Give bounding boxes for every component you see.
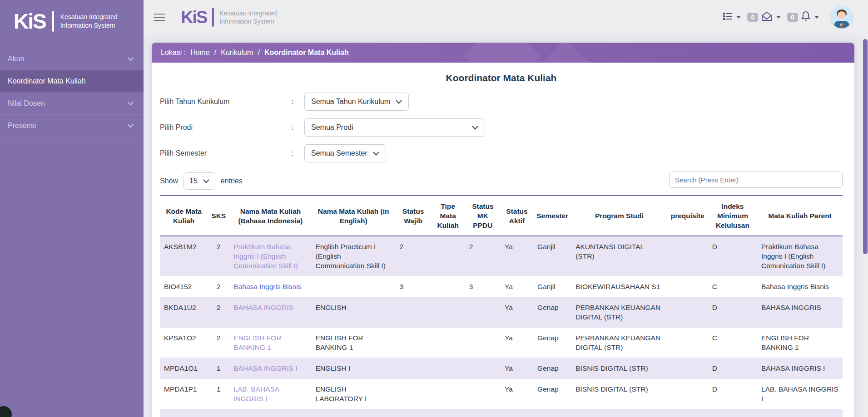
breadcrumb-separator: / — [258, 49, 259, 57]
cell-status_wajib — [396, 328, 431, 358]
chevron-down-icon — [472, 126, 478, 130]
cell-program_studi: BISNIS DIGITAL (STR) — [571, 358, 667, 379]
tahun-kurikulum-select[interactable]: Semua Tahun Kurikulum — [304, 93, 409, 111]
cell-nama_en: ENGLISH I — [312, 358, 396, 379]
course-link[interactable]: Bahasa Inggris Bisnis — [233, 283, 301, 290]
column-header-status_wajib[interactable]: Status Wajib — [396, 196, 431, 236]
table-header-row: Kode Mata KuliahSKSNama Mata Kuliah (Bah… — [160, 196, 843, 236]
cell-mata_kuliah_parent: LAB. BAHASA INGGRIS I — [757, 379, 843, 409]
prodi-select[interactable]: Semua Prodi — [304, 118, 485, 137]
cell-status_wajib — [396, 297, 431, 328]
column-header-kode[interactable]: Kode Mata Kuliah — [160, 196, 208, 236]
cell-status_wajib: 3 — [396, 276, 431, 297]
caret-down-icon — [776, 16, 781, 19]
cell-prequisite — [667, 276, 708, 297]
column-header-nama_en[interactable]: Nama Mata Kuliah (in English) — [312, 196, 396, 236]
cell-kode: BIO4152 — [160, 276, 208, 297]
cell-kode: BKDA1U2 — [160, 297, 208, 328]
column-header-status_aktif[interactable]: Status Aktif — [501, 196, 533, 236]
chevron-down-icon — [396, 100, 402, 104]
cell-program_studi: PERBANKAN KEUANGAN DIGITAL (STR) — [571, 297, 667, 328]
cell-sks: 2 — [208, 236, 229, 276]
filter-label: Pilih Semester — [160, 149, 292, 157]
search-input[interactable] — [669, 172, 843, 188]
sidebar-item-akun[interactable]: Akun — [0, 48, 144, 70]
cell-status_mk_ppdu — [465, 409, 501, 417]
cell-sks: 1 — [208, 409, 229, 417]
sidebar-item-label: Koordinator Mata Kuliah — [8, 77, 86, 85]
scrollbar-thumb[interactable] — [863, 39, 868, 254]
envelope-icon — [761, 11, 773, 23]
entries-count-select[interactable]: 15 — [184, 172, 215, 190]
courses-table: Kode Mata KuliahSKSNama Mata Kuliah (Bah… — [160, 195, 843, 417]
cell-mata_kuliah_parent: BAHASA INGGRIS I — [757, 358, 843, 379]
course-link[interactable]: BAHASA INGGRIS — [233, 304, 293, 311]
semester-select[interactable]: Semua Semester — [304, 144, 386, 162]
cell-nama_en — [312, 276, 396, 297]
notifications-menu[interactable]: 0 — [787, 11, 819, 24]
cell-semester: Genap — [533, 409, 571, 417]
sidebar-item-label: Akun — [8, 55, 24, 63]
cell-semester: Genap — [533, 297, 571, 328]
tasks-menu[interactable] — [723, 12, 741, 23]
course-link[interactable]: BAHASA INGGRIS I — [233, 364, 297, 372]
cell-semester: Genap — [533, 358, 571, 379]
select-value: Semua Prodi — [311, 123, 353, 132]
sidebar-item-nilai-dosen[interactable]: Nilai Dosen — [0, 93, 144, 115]
cell-indeks_minimum_kelulusan: D — [708, 297, 757, 328]
cell-semester: Genap — [533, 379, 571, 409]
select-value: Semua Semester — [311, 149, 367, 157]
column-header-sks[interactable]: SKS — [208, 196, 229, 236]
vertical-scrollbar[interactable] — [863, 0, 868, 417]
sidebar-item-presensi[interactable]: Presensi — [0, 115, 144, 137]
cell-indeks_minimum_kelulusan: D — [708, 358, 757, 379]
cell-semester: Ganjil — [533, 276, 571, 297]
chevron-down-icon — [128, 124, 134, 128]
cell-tipe_mata_kuliah — [431, 236, 465, 276]
breadcrumb-decoration — [464, 43, 541, 63]
topbar-logo: KiS Kesatuan Integrated Information Syst… — [181, 8, 277, 27]
cell-nama_en: ENGLISH II — [312, 409, 396, 417]
breadcrumb-home-link[interactable]: Home — [190, 49, 210, 57]
cell-tipe_mata_kuliah — [431, 328, 465, 358]
hamburger-menu-icon[interactable] — [154, 11, 165, 23]
column-header-indeks_minimum_kelulusan[interactable]: Indeks Minimum Kelulusan — [708, 196, 757, 236]
course-link[interactable]: LAB. BAHASA INGGRIS I — [233, 385, 279, 402]
cell-sks: 1 — [208, 358, 229, 379]
caret-down-icon — [814, 16, 819, 19]
cell-indeks_minimum_kelulusan: C — [708, 276, 757, 297]
messages-menu[interactable]: 0 — [747, 11, 781, 23]
column-header-program_studi[interactable]: Program Studi — [571, 196, 667, 236]
select-value: Semua Tahun Kurikulum — [311, 98, 390, 106]
task-list-icon — [723, 12, 733, 23]
main-content: Lokasi : Home / Kurikulum / Koordinator … — [144, 34, 868, 417]
table-row: MPDA1Q11BAHASA INGGRIS IIENGLISH IIYaGen… — [160, 409, 843, 417]
notifications-count-badge: 0 — [787, 13, 798, 22]
column-header-mata_kuliah_parent[interactable]: Mata Kuliah Parent — [757, 196, 843, 236]
course-link[interactable]: ENGLISH FOR BANKING 1 — [233, 334, 281, 351]
cell-mata_kuliah_parent: ENGLISH FOR BANKING 1 — [757, 328, 843, 358]
column-header-prequisite[interactable]: prequisite — [667, 196, 708, 236]
sidebar-item-koordinator-mata-kuliah[interactable]: Koordinator Mata Kuliah — [0, 70, 144, 93]
user-avatar[interactable] — [831, 6, 853, 28]
cell-semester: Ganjil — [533, 236, 571, 276]
column-header-status_mk_ppdu[interactable]: Status MK PPDU — [465, 196, 501, 236]
cell-nama_id: BAHASA INGGRIS — [229, 297, 311, 328]
column-header-semester[interactable]: Semester — [533, 196, 571, 236]
breadcrumb-kurikulum-link[interactable]: Kurikulum — [221, 49, 253, 57]
cell-status_aktif: Ya — [501, 297, 533, 328]
cell-kode: AKSB1M2 — [160, 236, 208, 276]
column-header-tipe_mata_kuliah[interactable]: Tipe Mata Kuliah — [431, 196, 465, 236]
filter-tahun-kurikulum: Pilih Tahun Kurikulum : Semua Tahun Kuri… — [160, 93, 843, 111]
select-value: 15 — [189, 177, 198, 185]
breadcrumb-current: Koordinator Mata Kuliah — [264, 49, 349, 57]
bell-icon — [801, 11, 811, 24]
sidebar-logo: KiS Kesatuan Integrated Information Syst… — [0, 0, 144, 42]
column-header-nama_id[interactable]: Nama Mata Kuliah (Bahasa Indonesia) — [229, 196, 311, 236]
course-link[interactable]: Praktikum Bahasa Inggris I (English Comu… — [233, 243, 298, 270]
avatar-face — [838, 11, 846, 19]
filter-semester: Pilih Semester : Semua Semester — [160, 144, 843, 162]
cell-status_wajib — [396, 358, 431, 379]
cell-sks: 2 — [208, 328, 229, 358]
logo-subtitle: Kesatuan Integrated Information System — [60, 13, 118, 30]
